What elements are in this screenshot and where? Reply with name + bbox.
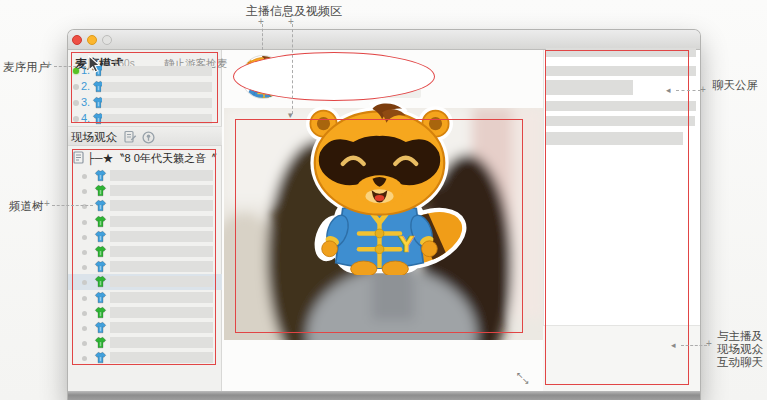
- leader-tick: +: [44, 198, 50, 209]
- presence-dot: [82, 311, 87, 316]
- presence-dot: [82, 265, 87, 270]
- mic-queue-number: 3.: [81, 96, 90, 108]
- speaking-dot: [73, 100, 79, 106]
- leader-tick: +: [706, 338, 712, 349]
- audience-name-bar: [110, 200, 213, 211]
- audience-name-bar: [110, 307, 213, 318]
- channel-icon: [73, 150, 85, 168]
- location-icon[interactable]: [142, 130, 155, 148]
- annotation-label-chat-screen: 聊天公屏: [712, 78, 758, 93]
- channel-tree-title[interactable]: ├─★〝8 0年代天籁之音〞★: [87, 151, 217, 166]
- vest-icon: [94, 199, 107, 212]
- audience-row[interactable]: [68, 320, 222, 335]
- presence-dot: [82, 356, 87, 361]
- audience-name-bar: [110, 322, 213, 333]
- presence-dot: [82, 326, 87, 331]
- presence-dot: [82, 235, 87, 240]
- anchor-stat-pill: [295, 86, 363, 98]
- audience-row[interactable]: [68, 229, 222, 244]
- arrow-left-icon: ◂: [671, 340, 676, 350]
- audience-name-bar: [110, 276, 213, 287]
- arrow-down-icon: ▾: [288, 110, 293, 120]
- audience-name-bar: [110, 185, 213, 196]
- audience-row[interactable]: [68, 274, 222, 289]
- leader-line: [54, 66, 86, 67]
- audience-row[interactable]: [68, 305, 222, 320]
- audience-row[interactable]: [68, 335, 222, 350]
- vest-icon: [94, 169, 107, 182]
- mic-queue-row[interactable]: 4.: [68, 111, 222, 127]
- mic-user-name-bar: [102, 114, 212, 124]
- audience-name-bar: [110, 337, 213, 348]
- audience-row[interactable]: [68, 214, 222, 229]
- vest-icon: [94, 184, 107, 197]
- vest-icon: [94, 306, 107, 319]
- vest-icon: [94, 275, 107, 288]
- yy-mascot-sticker: [292, 100, 467, 275]
- leader-line: [52, 205, 93, 206]
- vest-icon: [94, 336, 107, 349]
- audience-row[interactable]: [68, 183, 222, 198]
- audience-header-label: 现场观众: [71, 130, 117, 145]
- window-titlebar[interactable]: [68, 30, 700, 50]
- arrow-left-icon: ◂: [666, 85, 671, 95]
- resize-arrow-se: ↘: [522, 376, 530, 386]
- annotation-label-channel-tree: 频道树: [9, 199, 44, 214]
- mic-queue-number: 4.: [81, 112, 90, 124]
- resize-video-icon[interactable]: ↖ ↘: [516, 371, 532, 387]
- audience-row[interactable]: [68, 168, 222, 183]
- window-bottom-bar: [68, 391, 700, 400]
- audience-row[interactable]: [68, 350, 222, 365]
- audience-name-bar: [110, 246, 213, 257]
- audience-name-bar: [110, 216, 213, 227]
- presence-dot: [82, 280, 87, 285]
- annotation-label-mic-users: 麦序用户: [3, 60, 49, 75]
- vest-icon: [94, 230, 107, 243]
- vest-icon: [94, 215, 107, 228]
- vest-icon: [94, 351, 107, 364]
- presence-dot: [82, 189, 87, 194]
- mic-user-name-bar: [102, 66, 212, 76]
- close-window-button[interactable]: [72, 35, 82, 45]
- audience-row[interactable]: [68, 244, 222, 259]
- audience-list: [68, 168, 222, 365]
- anchor-stat-pill: [369, 86, 421, 98]
- vest-icon: [94, 260, 107, 273]
- presence-dot: [82, 174, 87, 179]
- audience-name-bar: [110, 170, 213, 181]
- mic-queue-row[interactable]: 2.: [68, 79, 222, 95]
- leader-tick: +: [46, 59, 52, 70]
- speaking-dot: [73, 68, 79, 74]
- zoom-window-button[interactable]: [102, 35, 112, 45]
- speaking-dot: [73, 116, 79, 122]
- speaking-dot: [73, 84, 79, 90]
- mouse-cursor: [88, 55, 101, 73]
- mic-user-name-bar: [102, 82, 212, 92]
- audience-row[interactable]: [68, 290, 222, 305]
- leader-line: [681, 345, 707, 346]
- minimize-window-button[interactable]: [87, 35, 97, 45]
- vest-icon: [94, 291, 107, 304]
- audience-section-header: 现场观众: [68, 126, 222, 146]
- chat-input-area[interactable]: [543, 325, 700, 391]
- mic-queue-number: 2.: [81, 80, 90, 92]
- anchor-level-badge: [277, 82, 290, 95]
- leader-line: [262, 24, 263, 50]
- screenshot-stage: Y 麦序模式 150: [0, 0, 767, 400]
- annotation-label-interact-chat: 与主播及现场观众互动聊天: [717, 330, 767, 369]
- vest-icon: [94, 321, 107, 334]
- leader-line: [676, 90, 701, 91]
- anchor-name: 小清新女主播: [296, 64, 374, 82]
- presence-dot: [82, 296, 87, 301]
- presence-dot: [82, 250, 87, 255]
- mic-queue-row[interactable]: 3.: [68, 95, 222, 111]
- audience-row[interactable]: [68, 259, 222, 274]
- audience-name-bar: [110, 352, 213, 363]
- mic-user-name-bar: [102, 98, 212, 108]
- audience-name-bar: [110, 261, 213, 272]
- vest-icon: [94, 245, 107, 258]
- roster-icon[interactable]: [124, 130, 137, 148]
- audience-name-bar: [110, 292, 213, 303]
- presence-dot: [82, 220, 87, 225]
- presence-dot: [82, 341, 87, 346]
